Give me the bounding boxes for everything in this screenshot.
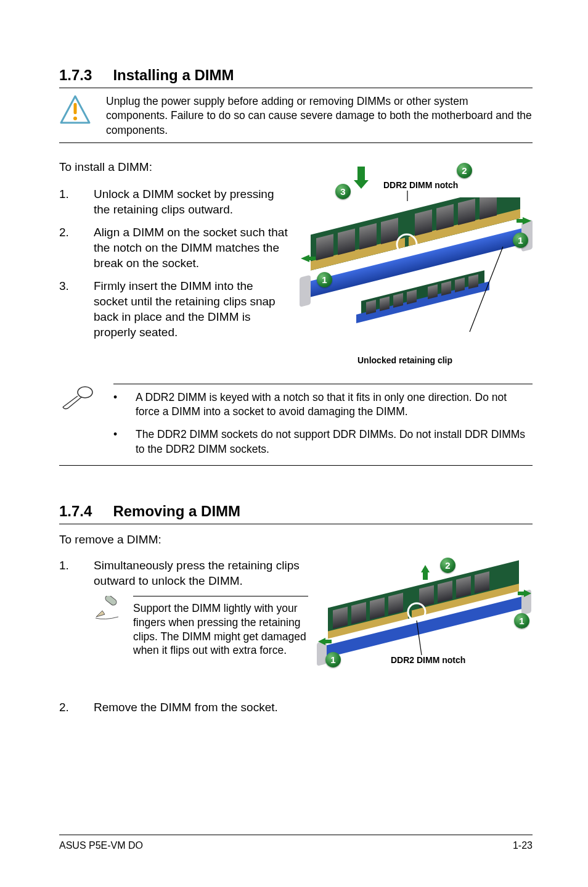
badge-1: 1 <box>325 652 341 667</box>
svg-rect-44 <box>351 602 366 624</box>
svg-rect-40 <box>423 569 428 580</box>
svg-rect-11 <box>381 218 398 244</box>
bullet-item: •A DDR2 DIMM is keyed with a notch so th… <box>113 390 533 419</box>
label-unlocked: Unlocked retaining clip <box>357 355 452 365</box>
svg-rect-30 <box>407 289 417 304</box>
label-notch2: DDR2 DIMM notch <box>391 655 465 665</box>
bullet-dot: • <box>113 390 136 419</box>
svg-rect-50 <box>475 571 489 593</box>
page-footer: ASUS P5E-VM DO 1-23 <box>59 835 533 851</box>
svg-rect-8 <box>316 234 333 260</box>
svg-marker-4 <box>354 180 369 189</box>
install-steps: 1.Unlock a DIMM socket by pressing the r… <box>59 186 288 340</box>
svg-rect-13 <box>436 204 454 230</box>
badge-2: 2 <box>457 163 472 178</box>
install-left: To install a DIMM: 1.Unlock a DIMM socke… <box>59 160 288 368</box>
svg-marker-21 <box>301 255 309 262</box>
svg-rect-27 <box>366 300 376 315</box>
list-item: 1.Unlock a DIMM socket by pressing the r… <box>59 186 288 217</box>
remove-columns: 1.Simultaneously press the retaining cli… <box>59 558 533 675</box>
bullet-dot: • <box>113 427 136 456</box>
badge-1b: 1 <box>513 233 528 248</box>
remove-lead: To remove a DIMM: <box>59 533 533 547</box>
tip-body: Support the DIMM lightly with your finge… <box>133 596 308 658</box>
svg-rect-32 <box>441 281 451 295</box>
svg-rect-45 <box>370 597 385 619</box>
svg-rect-46 <box>388 593 403 615</box>
remove-tip: Support the DIMM lightly with your finge… <box>94 596 308 658</box>
remove-figure: 2 <box>317 558 533 675</box>
remove-step1: 1.Simultaneously press the retaining cli… <box>59 558 308 588</box>
remove-left: 1.Simultaneously press the retaining cli… <box>59 558 308 658</box>
list-item: 2.Remove the DIMM from the socket. <box>59 699 533 715</box>
badge-1b: 1 <box>514 613 529 629</box>
svg-rect-18 <box>300 274 311 307</box>
rule <box>59 142 533 143</box>
heading-title: Installing a DIMM <box>113 67 234 84</box>
footer-left: ASUS P5E-VM DO <box>59 840 143 851</box>
step-text: Align a DIMM on the socket such that the… <box>94 225 288 271</box>
rule <box>59 524 533 524</box>
svg-marker-38 <box>96 611 105 617</box>
footer-right: 1-23 <box>513 840 533 851</box>
svg-rect-3 <box>357 167 365 180</box>
svg-rect-48 <box>438 580 452 603</box>
step-text: Simultaneously press the retaining clips… <box>94 558 308 588</box>
remove-step2: 2.Remove the DIMM from the socket. <box>59 699 533 715</box>
svg-rect-28 <box>380 296 390 311</box>
svg-rect-33 <box>455 278 465 292</box>
svg-point-36 <box>78 387 92 398</box>
svg-rect-22 <box>309 257 316 260</box>
heading-title: Removing a DIMM <box>113 503 240 520</box>
step-text: Remove the DIMM from the socket. <box>94 699 278 715</box>
note-block: •A DDR2 DIMM is keyed with a notch so th… <box>59 384 533 466</box>
svg-point-2 <box>73 117 77 120</box>
svg-rect-14 <box>458 199 475 225</box>
caution-text: Unplug the power supply before adding or… <box>106 94 533 138</box>
note-body: •A DDR2 DIMM is keyed with a notch so th… <box>113 384 533 456</box>
step-num: 2. <box>59 699 94 715</box>
list-item: 1.Simultaneously press the retaining cli… <box>59 558 308 588</box>
caution-icon <box>59 94 91 128</box>
bullet-text: The DDR2 DIMM sockets do not support DDR… <box>136 427 533 456</box>
heading-num: 1.7.4 <box>59 503 92 520</box>
svg-rect-37 <box>104 596 118 606</box>
pencil-icon <box>94 596 121 623</box>
heading-num: 1.7.3 <box>59 67 92 84</box>
install-figure: 2 DDR2 DIMM notch 3 <box>300 160 533 368</box>
list-item: 2.Align a DIMM on the socket such that t… <box>59 225 288 271</box>
svg-rect-16 <box>405 237 409 247</box>
step-text: Firmly insert the DIMM into the socket u… <box>94 278 288 340</box>
svg-rect-43 <box>333 606 348 629</box>
heading-174: 1.7.4 Removing a DIMM <box>59 503 533 520</box>
rule <box>59 88 533 88</box>
install-columns: To install a DIMM: 1.Unlock a DIMM socke… <box>59 160 533 368</box>
badge-2: 2 <box>440 558 455 573</box>
step-text: Unlock a DIMM socket by pressing the ret… <box>94 186 288 217</box>
svg-rect-9 <box>338 228 355 255</box>
svg-rect-34 <box>468 274 478 289</box>
svg-rect-57 <box>325 640 332 643</box>
svg-rect-31 <box>428 284 438 299</box>
svg-rect-29 <box>393 293 403 308</box>
badge-1: 1 <box>317 272 332 287</box>
heading-173: 1.7.3 Installing a DIMM <box>59 67 533 84</box>
bullet-item: •The DDR2 DIMM sockets do not support DD… <box>113 427 533 456</box>
svg-rect-59 <box>518 592 524 595</box>
step-num: 1. <box>59 558 94 588</box>
step-num: 1. <box>59 186 94 217</box>
caution-block: Unplug the power supply before adding or… <box>59 94 533 138</box>
step-num: 3. <box>59 278 94 340</box>
svg-rect-24 <box>517 219 523 223</box>
install-lead: To install a DIMM: <box>59 160 288 174</box>
step-num: 2. <box>59 225 94 271</box>
svg-rect-49 <box>456 576 471 598</box>
list-item: 3.Firmly insert the DIMM into the socket… <box>59 278 288 340</box>
svg-rect-12 <box>415 209 432 236</box>
svg-rect-1 <box>74 103 77 114</box>
tip-text: Support the DIMM lightly with your finge… <box>133 602 306 656</box>
note-icon <box>59 384 94 412</box>
bullet-text: A DDR2 DIMM is keyed with a notch so tha… <box>136 390 533 419</box>
svg-rect-10 <box>359 223 377 250</box>
